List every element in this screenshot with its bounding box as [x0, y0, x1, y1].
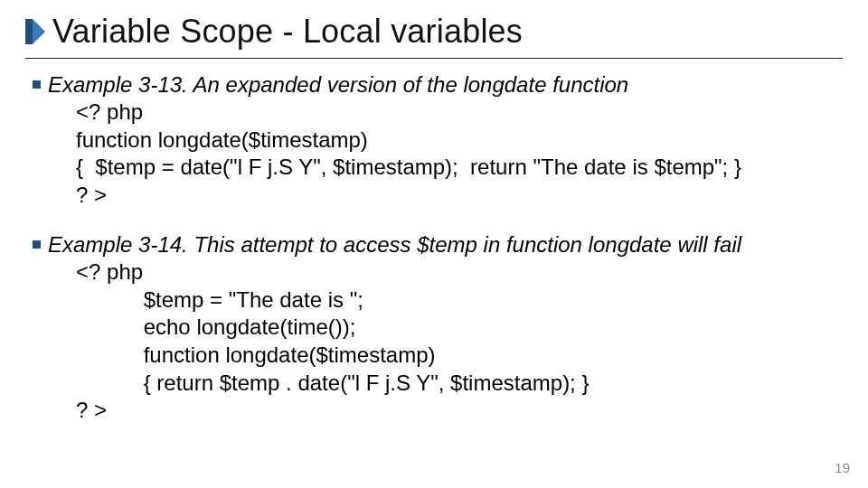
code-line: <? php: [76, 99, 843, 127]
code-line: $temp = "The date is ";: [76, 286, 843, 314]
code-line: { $temp = date("l F j.S Y", $timestamp);…: [76, 154, 843, 182]
page-number: 19: [835, 460, 850, 475]
svg-rect-0: [25, 19, 33, 44]
title-divider: [25, 58, 843, 59]
example-1-code: <? php function longdate($timestamp) { $…: [33, 99, 843, 210]
code-line: { return $temp . date("l F j.S Y", $time…: [76, 370, 843, 398]
svg-marker-1: [33, 19, 45, 44]
example-2-code: <? php $temp = "The date is "; echo long…: [33, 258, 843, 425]
example-1-heading: Example 3-13. An expanded version of the…: [33, 71, 843, 99]
code-line: echo longdate(time());: [76, 314, 843, 342]
slide: Variable Scope - Local variables Example…: [0, 0, 868, 488]
code-line: ? >: [76, 397, 843, 425]
example-1-title: Example 3-13. An expanded version of the…: [48, 71, 628, 99]
example-2: Example 3-14. This attempt to access $te…: [33, 231, 843, 425]
example-1: Example 3-13. An expanded version of the…: [33, 71, 843, 210]
code-line: <? php: [76, 258, 843, 286]
code-line: ? >: [76, 182, 843, 210]
bullet-square-icon: [33, 240, 41, 249]
title-bullet-icon: [25, 19, 45, 44]
title-row: Variable Scope - Local variables: [25, 13, 843, 51]
slide-title: Variable Scope - Local variables: [52, 13, 523, 51]
code-line: function longdate($timestamp): [76, 127, 843, 155]
content: Example 3-13. An expanded version of the…: [25, 71, 843, 425]
code-line: function longdate($timestamp): [76, 342, 843, 370]
example-2-heading: Example 3-14. This attempt to access $te…: [33, 231, 843, 258]
example-2-title: Example 3-14. This attempt to access $te…: [48, 231, 741, 258]
bullet-square-icon: [33, 80, 41, 89]
